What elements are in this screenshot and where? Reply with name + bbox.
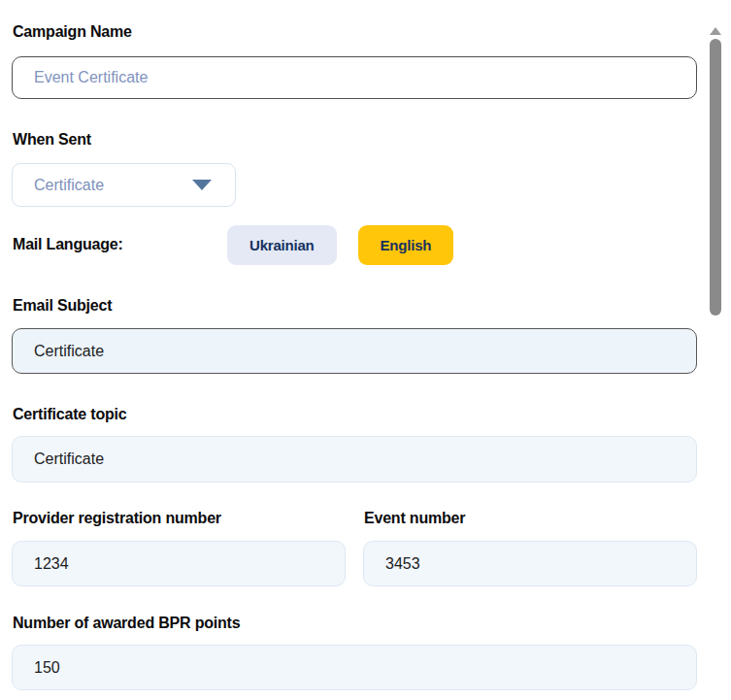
campaign-form: Campaign Name When Sent Certificate Mail… xyxy=(12,23,697,690)
mail-language-label: Mail Language: xyxy=(12,236,227,253)
campaign-name-group: Campaign Name xyxy=(12,23,697,99)
campaign-name-label: Campaign Name xyxy=(12,23,697,41)
certificate-topic-group: Certificate topic xyxy=(12,406,697,483)
email-subject-label: Email Subject xyxy=(12,297,697,315)
when-sent-label: When Sent xyxy=(12,131,697,149)
when-sent-group: When Sent Certificate xyxy=(12,131,697,207)
certificate-topic-input[interactable] xyxy=(12,436,697,483)
email-subject-input[interactable] xyxy=(12,328,697,374)
vertical-scrollbar[interactable] xyxy=(698,0,731,700)
provider-registration-number-group: Provider registration number xyxy=(12,510,346,586)
provider-registration-number-label: Provider registration number xyxy=(12,510,346,527)
event-number-input[interactable] xyxy=(363,541,697,586)
language-button-english[interactable]: English xyxy=(358,225,454,265)
event-number-label: Event number xyxy=(363,510,697,527)
bpr-points-label: Number of awarded BPR points xyxy=(12,615,697,632)
certificate-topic-label: Certificate topic xyxy=(12,406,697,423)
campaign-form-page: Campaign Name When Sent Certificate Mail… xyxy=(0,0,731,700)
when-sent-dropdown[interactable]: Certificate xyxy=(12,163,236,207)
bpr-points-input[interactable] xyxy=(12,645,697,690)
language-button-ukrainian[interactable]: Ukrainian xyxy=(227,225,337,265)
bpr-points-group: Number of awarded BPR points xyxy=(12,615,697,690)
mail-language-group: Mail Language: Ukrainian English xyxy=(12,224,697,265)
when-sent-selected-value: Certificate xyxy=(34,177,192,194)
scrollbar-thumb[interactable] xyxy=(710,39,721,316)
scroll-up-arrow-icon[interactable] xyxy=(710,27,721,35)
chevron-down-icon xyxy=(192,180,212,190)
email-subject-group: Email Subject xyxy=(12,297,697,374)
provider-registration-number-input[interactable] xyxy=(12,541,346,586)
event-number-group: Event number xyxy=(363,510,697,586)
numbers-row: Provider registration number Event numbe… xyxy=(12,510,697,586)
campaign-name-input[interactable] xyxy=(12,56,697,99)
